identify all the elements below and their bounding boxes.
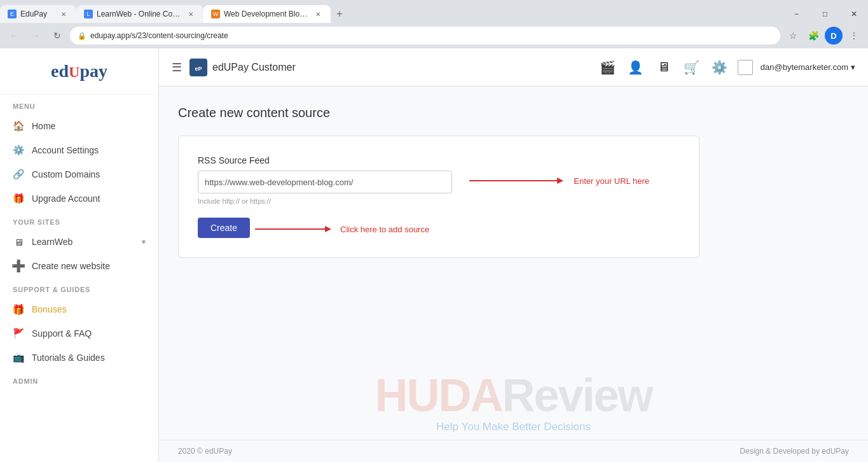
security-icon: 🔒: [78, 32, 86, 40]
form-card: RSS Source Feed Enter your URL here: [178, 136, 699, 258]
back-button[interactable]: ←: [5, 27, 23, 45]
settings-icon[interactable]: ⚙️: [710, 57, 730, 78]
hamburger-menu[interactable]: ☰: [172, 60, 182, 74]
sidebar-item-support-faq[interactable]: 🚩 Support & FAQ: [0, 321, 158, 346]
window-controls: − □ ✕: [782, 5, 868, 23]
create-new-icon: ➕: [13, 260, 24, 272]
brand-area: eP edUPay Customer: [189, 59, 296, 76]
reload-button[interactable]: ↻: [48, 27, 66, 45]
watermark: HUDAReview Help You Make Better Decision…: [159, 347, 868, 440]
browser-chrome: E EduPay ✕ L LearnWeb - Online Courses ✕…: [0, 0, 868, 48]
main-content: ☰ eP edUPay Customer 🎬 👤 🖥 🛒 ⚙️: [159, 48, 868, 462]
watermark-huda-review: HUDAReview: [159, 372, 868, 418]
svg-text:eP: eP: [195, 66, 202, 72]
sidebar-item-custom-domains[interactable]: 🔗 Custom Domains: [0, 162, 158, 186]
minimize-button[interactable]: −: [782, 5, 811, 23]
tutorials-icon: 📺: [13, 352, 24, 363]
bonuses-icon: 🎁: [13, 304, 24, 315]
sidebar-item-custom-domains-label: Custom Domains: [32, 169, 146, 179]
sidebar-item-upgrade-account-label: Upgrade Account: [32, 193, 146, 204]
watermark-subtitle: Help You Make Better Decisions: [159, 421, 868, 433]
svg-marker-3: [557, 178, 563, 184]
tab-close-3[interactable]: ✕: [313, 9, 323, 19]
address-bar: ← → ↻ 🔒 edupay.app/s/23/content-sourcing…: [0, 23, 868, 48]
watermark-huda: HUDA: [375, 370, 502, 421]
page-footer: 2020 © edUPay Design & Developed by edUP…: [159, 440, 868, 462]
cart-icon[interactable]: 🛒: [682, 57, 702, 78]
tab-favicon-3: W: [211, 10, 220, 18]
extensions-button[interactable]: 🧩: [804, 27, 822, 45]
form-hint: Include http:// or https://: [198, 197, 680, 205]
brand-icon: eP: [189, 59, 207, 76]
tab-title-1: EduPay: [20, 10, 55, 18]
tab-bar: E EduPay ✕ L LearnWeb - Online Courses ✕…: [0, 0, 868, 23]
admin-label: ADMIN: [0, 370, 158, 389]
sidebar-item-tutorials[interactable]: 📺 Tutorials & Guides: [0, 346, 158, 370]
sidebar-item-create-new-website[interactable]: ➕ Create new website: [0, 254, 158, 278]
user-email-display[interactable]: dan@bytemarketer.com ▾: [761, 62, 855, 72]
svg-marker-5: [325, 226, 331, 232]
sidebar-item-learnweb[interactable]: 🖥 LearnWeb ▾: [0, 230, 158, 254]
address-right-buttons: ☆ 🧩 D ⋮: [784, 27, 863, 45]
new-tab-button[interactable]: +: [331, 5, 348, 23]
account-settings-icon: ⚙️: [13, 144, 24, 156]
forward-button[interactable]: →: [27, 27, 45, 45]
create-arrow-svg: [255, 223, 338, 235]
rss-url-input[interactable]: [198, 171, 452, 193]
bookmark-button[interactable]: ☆: [784, 27, 802, 45]
tab-title-2: LearnWeb - Online Courses: [97, 10, 182, 18]
top-nav-icons: 🎬 👤 🖥 🛒 ⚙️ dan@bytemarketer.com ▾: [598, 57, 855, 78]
tab-favicon-1: E: [8, 10, 17, 18]
url-annotation-text: Enter your URL here: [574, 176, 649, 186]
sidebar-item-bonuses-label: Bonuses: [32, 304, 146, 314]
learnweb-icon: 🖥: [13, 236, 24, 248]
tab-favicon-2: L: [84, 10, 93, 18]
support-guides-label: SUPPORT & GUIDES: [0, 278, 158, 297]
user-dropdown-arrow: ▾: [851, 62, 855, 72]
learnweb-expand-arrow: ▾: [142, 237, 146, 246]
footer-copyright: 2020 © edUPay: [178, 447, 232, 456]
sidebar-logo: edUpay: [0, 48, 158, 95]
brand-name: edUPay Customer: [212, 62, 296, 73]
page-content: Create new content source RSS Source Fee…: [159, 87, 868, 347]
profile-button[interactable]: D: [825, 27, 843, 45]
upgrade-account-icon: 🎁: [13, 193, 24, 204]
create-button-area: Create Click here to add source: [198, 218, 250, 238]
user-email-text: dan@bytemarketer.com: [761, 62, 848, 72]
watermark-review: Review: [502, 370, 652, 421]
create-button[interactable]: Create: [198, 218, 250, 238]
support-faq-icon: 🚩: [13, 328, 24, 339]
sidebar-item-account-settings-label: Account Settings: [32, 145, 146, 155]
url-annotation: Enter your URL here: [469, 174, 649, 187]
logo-text: edUpay: [51, 61, 107, 81]
tab-close-2[interactable]: ✕: [186, 9, 196, 19]
user-icon[interactable]: 👤: [626, 57, 646, 78]
custom-domains-icon: 🔗: [13, 169, 24, 180]
sidebar-item-bonuses[interactable]: 🎁 Bonuses: [0, 297, 158, 321]
menu-section-label: MENU: [0, 95, 158, 114]
rss-field-label: RSS Source Feed: [198, 155, 680, 165]
your-sites-label: YOUR SITES: [0, 211, 158, 230]
monitor-icon[interactable]: 🖥: [654, 57, 674, 78]
tab-1[interactable]: E EduPay ✕: [0, 5, 76, 23]
sidebar-item-account-settings[interactable]: ⚙️ Account Settings: [0, 138, 158, 162]
frame-icon[interactable]: [738, 60, 753, 75]
close-button[interactable]: ✕: [839, 5, 868, 23]
menu-button[interactable]: ⋮: [845, 27, 863, 45]
sidebar-item-upgrade-account[interactable]: 🎁 Upgrade Account: [0, 186, 158, 211]
sidebar-item-create-new-label: Create new website: [32, 261, 146, 271]
tab-3[interactable]: W Web Development Blog | All abo... ✕: [203, 5, 331, 23]
sidebar-item-support-faq-label: Support & FAQ: [32, 328, 146, 339]
tab-title-3: Web Development Blog | All abo...: [224, 10, 309, 18]
sidebar-item-home[interactable]: 🏠 Home: [0, 114, 158, 138]
top-nav: ☰ eP edUPay Customer 🎬 👤 🖥 🛒 ⚙️: [159, 48, 868, 87]
sidebar-item-tutorials-label: Tutorials & Guides: [32, 353, 146, 363]
url-arrow-svg: [469, 174, 571, 187]
tab-2[interactable]: L LearnWeb - Online Courses ✕: [76, 5, 203, 23]
footer-design: Design & Developed by edUPay: [740, 447, 849, 456]
url-bar[interactable]: 🔒 edupay.app/s/23/content-sourcing/creat…: [70, 27, 780, 45]
sidebar-item-home-label: Home: [32, 121, 146, 131]
video-icon[interactable]: 🎬: [598, 57, 618, 78]
tab-close-1[interactable]: ✕: [59, 9, 69, 19]
maximize-button[interactable]: □: [811, 5, 839, 23]
